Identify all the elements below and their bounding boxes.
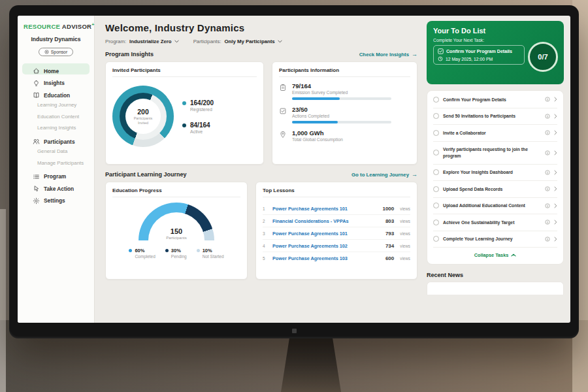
todo-checkbox[interactable] [433, 169, 439, 175]
sidebar-item-program[interactable]: Program [22, 169, 90, 180]
info-icon[interactable] [545, 130, 550, 135]
todo-checkbox[interactable] [433, 186, 439, 192]
lesson-views-suffix: views [400, 219, 410, 223]
logo-advisor: ADVISOR [62, 23, 91, 30]
app-logo: RESOURCE ADVISOR+ [22, 22, 90, 30]
emission-survey-progressbar [292, 97, 391, 100]
todo-item[interactable]: Confirm Your Program Details [433, 91, 557, 108]
lesson-rank: 1 [263, 206, 268, 211]
org-name: Industry Dynamics [22, 36, 90, 42]
info-icon[interactable] [545, 150, 550, 155]
progress-fill [292, 97, 340, 100]
program-select-value: Industrialize Zero [129, 39, 172, 44]
info-icon[interactable] [545, 203, 550, 208]
lesson-views: 600 [385, 255, 394, 261]
global-consumption-label: Total Global Consumption [292, 137, 343, 142]
sidebar-item-take-action[interactable]: Take Action [22, 181, 90, 192]
todo-checkbox[interactable] [433, 130, 439, 136]
todo-item[interactable]: Complete Your Learning Journey [433, 231, 557, 248]
global-consumption-row: 1,000 GWh Total Global Consumption [279, 129, 410, 142]
lesson-link[interactable]: Power Purchase Agreements 102 [272, 243, 381, 249]
check-more-insights-link[interactable]: Check More Insights → [359, 52, 417, 57]
sidebar-item-insights[interactable]: Insights [22, 76, 90, 87]
lesson-link[interactable]: Power Purchase Agreements 101 [272, 231, 381, 237]
chevron-up-icon [511, 253, 516, 257]
todo-item-label: Invite a Collaborator [443, 130, 541, 137]
todo-checkbox[interactable] [433, 97, 439, 103]
emission-survey-value: 79/164 [292, 82, 391, 90]
chevron-right-icon [554, 130, 557, 135]
program-filter: Program: Industrialize Zero [105, 39, 179, 44]
sidebar-item-participants[interactable]: Participants [22, 134, 90, 145]
todo-item[interactable]: Verify participants requesting to join t… [433, 142, 557, 165]
sidebar-item-home[interactable]: Home [22, 63, 90, 74]
arrow-right-icon: → [412, 172, 417, 178]
pending-value: 30% [171, 248, 187, 253]
lesson-views: 803 [385, 218, 394, 224]
recent-news-title: Recent News [427, 272, 564, 278]
todo-checkbox[interactable] [433, 150, 439, 155]
info-icon[interactable] [545, 97, 550, 102]
chevron-right-icon [554, 97, 557, 102]
todo-checkbox[interactable] [433, 236, 439, 242]
todo-item[interactable]: Upload Spend Data Records [433, 181, 557, 198]
sidebar-item-learning-insights[interactable]: Learning Insights [22, 123, 90, 133]
go-to-learning-journey-link[interactable]: Go to Learning Journey → [351, 172, 417, 178]
todo-checkbox[interactable] [433, 220, 439, 225]
todo-item[interactable]: Invite a Collaborator [433, 125, 557, 142]
lesson-row: 4 Power Purchase Agreements 102 734 view… [263, 240, 410, 252]
sponsor-badge[interactable]: Sponsor [39, 48, 73, 56]
registered-label: Registered [190, 107, 214, 112]
sidebar-item-settings[interactable]: Settings [22, 193, 90, 204]
card-title: Invited Participants [112, 67, 257, 77]
invited-participants-body: 200 Participants Invited 164/200 Regist [112, 82, 257, 147]
card-title: Participants Information [279, 67, 410, 77]
info-icon[interactable] [545, 237, 550, 242]
lesson-rank: 2 [263, 219, 268, 223]
info-icon[interactable] [545, 170, 550, 175]
next-task-box[interactable]: Confirm Your Program Details 12 May 2025… [433, 45, 525, 65]
sidebar-item-general-data[interactable]: General Data [22, 146, 90, 157]
collapse-tasks-button[interactable]: Collapse Tasks [433, 248, 557, 263]
next-task-label: Confirm Your Program Details [446, 49, 512, 54]
lesson-link[interactable]: Power Purchase Agreements 101 [272, 206, 378, 212]
chevron-right-icon [554, 170, 557, 175]
sidebar: RESOURCE ADVISOR+ Industry Dynamics Spon… [18, 16, 95, 323]
completed-label: Completed [135, 254, 155, 259]
lesson-rank: 3 [263, 231, 268, 236]
todo-item[interactable]: Send 50 Invitations to Participants [433, 108, 557, 125]
check-square-icon [279, 107, 287, 115]
legend-dot-active [182, 123, 186, 127]
sidebar-item-manage-participants[interactable]: Manage Participants [22, 157, 90, 168]
participants-information-rows: 79/164 Emission Survey Completed 23/50 A… [279, 82, 410, 142]
donut-legend: 164/200 Registered 84/164 Active [182, 99, 214, 134]
progress-fill [292, 121, 338, 123]
sidebar-item-learning-journey[interactable]: Learning Journey [22, 100, 90, 110]
todo-item[interactable]: Achieve One Sustainability Target [433, 214, 557, 231]
program-select[interactable]: Industrialize Zero [129, 39, 179, 44]
info-icon[interactable] [545, 220, 550, 225]
top-lessons-card: Top Lessons 1 Power Purchase Agreements … [255, 182, 417, 280]
todo-checkbox[interactable] [433, 113, 439, 119]
completed-value: 60% [135, 248, 155, 253]
sponsor-icon [44, 50, 49, 54]
info-icon[interactable] [545, 186, 550, 191]
participants-filter: Participants: Only My Participants [193, 39, 282, 44]
lesson-link[interactable]: Power Purchase Agreements 103 [272, 255, 381, 261]
legend-dot-pending [165, 249, 169, 252]
active-value: 84/164 [190, 122, 210, 129]
emission-survey-row: 79/164 Emission Survey Completed [279, 82, 410, 100]
sidebar-item-education[interactable]: Education [22, 88, 90, 99]
todo-title: Your To Do List [433, 27, 557, 35]
lesson-link[interactable]: Financial Considerations - VPPAs [272, 218, 381, 224]
todo-checkbox[interactable] [433, 203, 439, 208]
info-icon[interactable] [545, 114, 550, 119]
gauge-center-label: Participants [139, 236, 214, 241]
todo-item[interactable]: Explore Your Insights Dashboard [433, 165, 557, 182]
chevron-down-icon [278, 40, 282, 43]
lesson-row: 3 Power Purchase Agreements 101 793 view… [263, 227, 410, 240]
participants-select[interactable]: Only My Participants [225, 39, 282, 44]
legend-active: 84/164 Active [182, 122, 214, 134]
sidebar-item-education-content[interactable]: Education Content [22, 111, 90, 122]
todo-item[interactable]: Upload Additional Educational Content [433, 198, 557, 215]
